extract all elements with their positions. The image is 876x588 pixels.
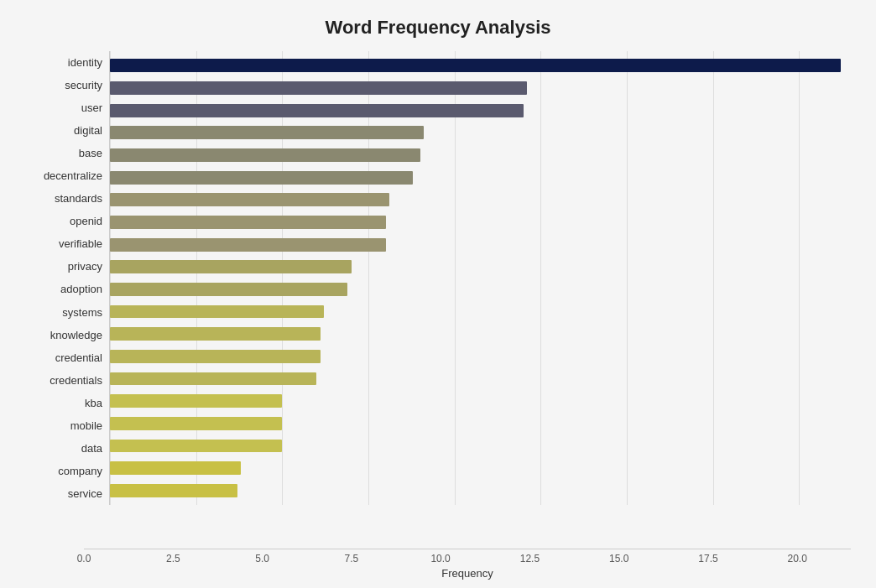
bar <box>110 59 841 72</box>
bar <box>110 417 282 430</box>
chart-title: Word Frequency Analysis <box>25 17 851 39</box>
bar <box>110 484 237 497</box>
y-label: credential <box>25 352 102 363</box>
chart-container: Word Frequency Analysis identitysecurity… <box>0 0 876 588</box>
bar <box>110 305 324 319</box>
bars-container <box>110 51 851 505</box>
y-label: kba <box>25 398 102 408</box>
bar <box>110 216 386 229</box>
y-label: security <box>25 80 102 91</box>
bar-row <box>110 323 851 346</box>
x-tick: 20.0 <box>788 553 807 565</box>
y-label: service <box>25 488 102 499</box>
bar-row <box>110 99 851 122</box>
bar-row <box>110 256 851 278</box>
bar <box>110 148 420 162</box>
x-axis: 0.02.55.07.510.012.515.017.520.0 Frequen… <box>84 549 851 580</box>
y-label: data <box>25 443 102 454</box>
bar-row <box>110 479 851 502</box>
y-label: knowledge <box>25 330 102 341</box>
y-label: mobile <box>25 420 102 431</box>
bar-row <box>110 77 851 100</box>
bar-row <box>110 144 851 167</box>
y-label: systems <box>25 307 102 318</box>
x-tick: 15.0 <box>609 553 628 565</box>
bar <box>110 440 282 453</box>
x-tick: 0.0 <box>77 553 91 565</box>
bar-row <box>110 300 851 323</box>
bar <box>110 126 424 139</box>
bar-row <box>110 434 851 457</box>
bar-row <box>110 457 851 480</box>
y-label: decentralize <box>25 170 102 181</box>
x-tick: 2.5 <box>166 553 180 565</box>
bar-row <box>110 278 851 301</box>
bar-row <box>110 390 851 413</box>
y-label: credentials <box>25 375 102 386</box>
y-label: openid <box>25 216 102 226</box>
y-label: company <box>25 466 102 476</box>
bar-row <box>110 211 851 234</box>
bar-row <box>110 346 851 368</box>
bar-row <box>110 189 851 211</box>
bar <box>110 394 282 408</box>
y-labels: identitysecurityuserdigitalbasedecentral… <box>25 51 109 505</box>
y-label: digital <box>25 125 102 136</box>
x-tick: 7.5 <box>344 553 358 565</box>
bar-row <box>110 367 851 390</box>
bar <box>110 327 321 341</box>
x-tick: 5.0 <box>255 553 269 565</box>
bar-row <box>110 122 851 144</box>
x-ticks: 0.02.55.07.510.012.515.017.520.0 <box>84 549 851 565</box>
bar <box>110 283 347 296</box>
bar-row <box>110 55 851 77</box>
y-label: user <box>25 102 102 113</box>
bar <box>110 260 352 273</box>
bar <box>110 350 321 363</box>
bar <box>110 171 413 185</box>
y-label: verifiable <box>25 238 102 249</box>
bar-row <box>110 233 851 256</box>
y-label: identity <box>25 57 102 68</box>
bars-and-grid <box>109 51 851 505</box>
y-label: standards <box>25 193 102 204</box>
x-tick: 17.5 <box>698 553 717 565</box>
bar <box>110 372 316 386</box>
y-label: privacy <box>25 261 102 272</box>
bar <box>110 461 241 475</box>
x-tick: 10.0 <box>430 553 450 565</box>
bar <box>110 238 386 252</box>
x-tick: 12.5 <box>520 553 540 565</box>
y-label: adoption <box>25 284 102 294</box>
chart-area: identitysecurityuserdigitalbasedecentral… <box>25 51 851 505</box>
bar <box>110 193 389 206</box>
bar-row <box>110 166 851 189</box>
y-label: base <box>25 148 102 159</box>
bar-row <box>110 413 851 435</box>
x-axis-label: Frequency <box>84 567 851 580</box>
bar <box>110 104 524 117</box>
bar <box>110 81 527 95</box>
